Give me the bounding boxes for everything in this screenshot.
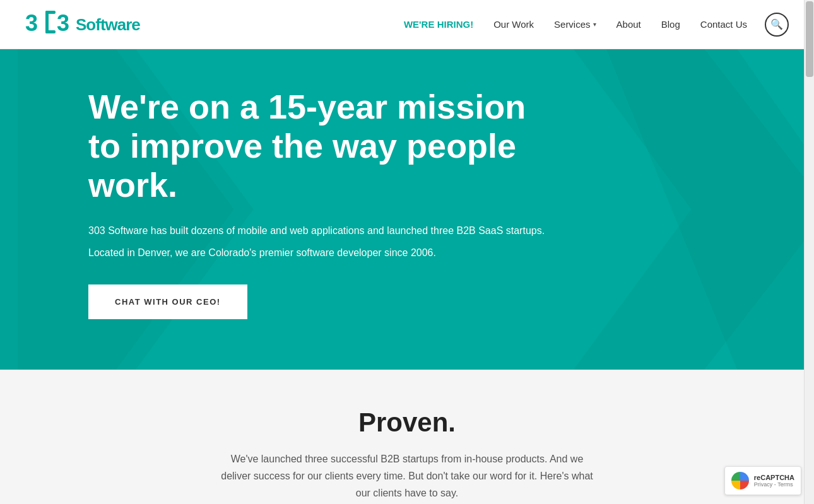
svg-marker-8 — [574, 49, 814, 370]
proven-title: Proven. — [25, 407, 789, 438]
hero-title: We're on a 15-year mission to improve th… — [88, 87, 606, 204]
proven-desc: We've launched three successful B2B star… — [218, 450, 596, 502]
proven-section: Proven. We've launched three successful … — [0, 370, 814, 504]
nav-hiring[interactable]: WE'RE HIRING! — [396, 15, 481, 33]
nav-our-work[interactable]: Our Work — [486, 15, 541, 33]
search-icon: 🔍 — [770, 18, 783, 30]
hero-desc-2: Located in Denver, we are Colorado's pre… — [88, 244, 606, 261]
recaptcha-text: reCAPTCHA Privacy - Terms — [754, 474, 794, 488]
svg-text:Software: Software — [76, 15, 140, 34]
logo-text: 3 3 Software — [25, 7, 151, 42]
chat-ceo-button[interactable]: CHAT WITH OUR CEO! — [88, 284, 247, 319]
hero-content: We're on a 15-year mission to improve th… — [88, 87, 606, 319]
recaptcha-badge: reCAPTCHA Privacy - Terms — [724, 466, 801, 495]
recaptcha-label: reCAPTCHA — [754, 474, 794, 481]
nav-about[interactable]: About — [609, 15, 649, 33]
scrollbar[interactable] — [804, 0, 814, 504]
svg-marker-9 — [606, 49, 814, 370]
logo[interactable]: 3 3 Software — [25, 7, 151, 42]
svg-text:3: 3 — [25, 10, 37, 36]
svg-rect-1 — [45, 11, 49, 33]
hero-section: We're on a 15-year mission to improve th… — [0, 49, 814, 370]
svg-rect-2 — [45, 11, 56, 14]
svg-text:3: 3 — [57, 10, 69, 36]
services-chevron-icon: ▾ — [593, 21, 596, 28]
hero-cta-area: CHAT WITH OUR CEO! — [88, 284, 606, 319]
recaptcha-logo-icon — [731, 472, 749, 489]
scrollbar-thumb[interactable] — [806, 1, 813, 77]
site-header: 3 3 Software WE'RE HIRING! Our Work Serv… — [0, 0, 814, 49]
nav-services[interactable]: Services ▾ — [546, 15, 604, 33]
main-nav: WE'RE HIRING! Our Work Services ▾ About … — [396, 13, 789, 37]
search-button[interactable]: 🔍 — [765, 13, 789, 37]
hero-desc-1: 303 Software has built dozens of mobile … — [88, 222, 606, 239]
recaptcha-links[interactable]: Privacy - Terms — [754, 481, 794, 488]
svg-rect-3 — [45, 30, 56, 33]
nav-blog[interactable]: Blog — [654, 15, 688, 33]
nav-contact[interactable]: Contact Us — [693, 15, 755, 33]
